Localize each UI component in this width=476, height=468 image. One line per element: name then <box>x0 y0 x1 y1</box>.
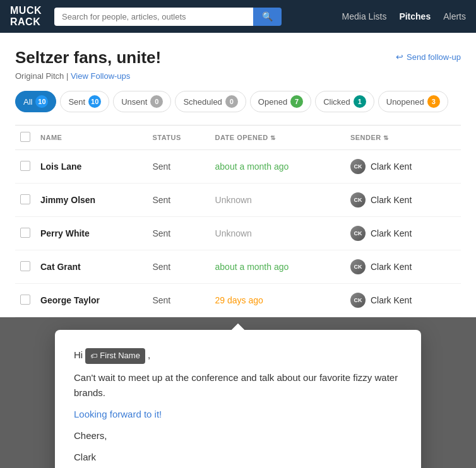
row-checkbox[interactable] <box>20 295 30 305</box>
sender-name: Clark Kent <box>371 262 412 272</box>
contact-name: Jimmy Olsen <box>35 184 147 217</box>
contact-status: Sent <box>147 150 210 184</box>
sender-name: Clark Kent <box>371 161 412 172</box>
navbar: MUCK RACK 🔍 Media Lists Pitches Alerts <box>0 0 476 33</box>
pitch-header: Seltzer fans, unite! Send follow-up <box>15 48 461 67</box>
sender-avatar: CK <box>350 293 366 308</box>
tab-opened-badge: 7 <box>290 95 303 108</box>
contact-sender: CK Clark Kent <box>345 217 461 250</box>
popup-comma: , <box>148 349 150 360</box>
contact-date-opened: Unknown <box>210 184 345 217</box>
tab-unsent[interactable]: Unsent 0 <box>113 91 171 112</box>
contact-status: Sent <box>147 250 210 284</box>
contact-date-opened: 29 days ago <box>210 284 345 317</box>
contact-name: Cat Grant <box>35 250 147 284</box>
contact-sender: CK Clark Kent <box>345 150 461 184</box>
contact-name: Lois Lane <box>35 150 147 184</box>
popup-hi: Hi <box>74 349 83 360</box>
search-button[interactable]: 🔍 <box>253 8 282 26</box>
pitch-subtitle: Original Pitch | View Follow-ups <box>15 71 461 81</box>
send-follow-up-link[interactable]: Send follow-up <box>396 52 461 62</box>
tab-unsent-label: Unsent <box>121 97 147 107</box>
popup-first-name-tag: First Name <box>85 348 145 364</box>
nav-media-lists[interactable]: Media Lists <box>342 11 387 21</box>
contact-date-opened: about a month ago <box>210 250 345 284</box>
nav-alerts[interactable]: Alerts <box>443 11 466 21</box>
tab-unopened[interactable]: Unopened 3 <box>378 91 448 112</box>
tab-scheduled[interactable]: Scheduled 0 <box>175 91 246 112</box>
nav-pitches[interactable]: Pitches <box>399 11 431 21</box>
logo: MUCK RACK <box>10 5 42 27</box>
contact-status: Sent <box>147 184 210 217</box>
tab-clicked-badge: 1 <box>354 95 366 108</box>
search-input[interactable] <box>54 8 253 26</box>
popup-body: Can't wait to meet up at the conference … <box>74 370 402 401</box>
popup-greeting: Hi First Name , <box>74 348 402 364</box>
sender-name: Clark Kent <box>371 228 412 238</box>
tab-sent-badge: 10 <box>88 95 101 108</box>
table-row: Perry White Sent Unknown CK Clark Kent <box>15 217 461 250</box>
tab-sent[interactable]: Sent 10 <box>60 91 109 112</box>
table-row: George Taylor Sent 29 days ago CK Clark … <box>15 284 461 317</box>
sender-avatar: CK <box>350 159 366 174</box>
tab-opened-label: Opened <box>258 97 287 107</box>
tab-unsent-badge: 0 <box>150 95 163 108</box>
row-checkbox[interactable] <box>20 228 30 238</box>
popup-link: Looking forward to it! <box>74 407 402 422</box>
email-preview-popup: Hi First Name , Can't wait to meet up at… <box>55 330 421 468</box>
contact-sender: CK Clark Kent <box>345 250 461 284</box>
contact-status: Sent <box>147 284 210 317</box>
col-sender[interactable]: SENDER <box>345 126 461 150</box>
sender-name: Clark Kent <box>371 195 412 205</box>
row-checkbox[interactable] <box>20 161 30 171</box>
tab-scheduled-badge: 0 <box>225 95 238 108</box>
original-pitch-label: Original Pitch | <box>15 71 71 81</box>
contact-name: Perry White <box>35 217 147 250</box>
popup-signature: Cheers, Clark <box>74 428 402 465</box>
table-row: Lois Lane Sent about a month ago CK Clar… <box>15 150 461 184</box>
sender-avatar: CK <box>350 259 366 274</box>
tab-unopened-label: Unopened <box>386 97 424 107</box>
col-status: STATUS <box>147 126 210 150</box>
pitch-title: Seltzer fans, unite! <box>15 48 161 67</box>
popup-overlay: Hi First Name , Can't wait to meet up at… <box>0 317 476 468</box>
select-all-checkbox[interactable] <box>20 132 30 142</box>
contact-date-opened: Unknown <box>210 217 345 250</box>
contact-status: Sent <box>147 217 210 250</box>
contact-name: George Taylor <box>35 284 147 317</box>
contact-sender: CK Clark Kent <box>345 284 461 317</box>
nav-links: Media Lists Pitches Alerts <box>342 11 466 21</box>
main-content: Seltzer fans, unite! Send follow-up Orig… <box>0 33 476 317</box>
contacts-table: NAME STATUS DATE OPENED SENDER Lois Lane… <box>15 126 461 317</box>
view-follow-ups-link[interactable]: View Follow-ups <box>71 71 130 81</box>
tab-unopened-badge: 3 <box>427 95 440 108</box>
contact-date-opened: about a month ago <box>210 150 345 184</box>
tab-clicked-label: Clicked <box>323 97 350 107</box>
table-row: Jimmy Olsen Sent Unknown CK Clark Kent <box>15 184 461 217</box>
sender-name: Clark Kent <box>371 295 412 305</box>
col-name: NAME <box>35 126 147 150</box>
sender-avatar: CK <box>350 226 366 241</box>
row-checkbox[interactable] <box>20 194 30 204</box>
tab-scheduled-label: Scheduled <box>183 97 222 107</box>
filter-tabs: All 10 Sent 10 Unsent 0 Scheduled 0 Open… <box>15 91 461 112</box>
popup-cheers: Cheers, <box>74 428 402 443</box>
popup-name: Clark <box>74 450 402 465</box>
contact-sender: CK Clark Kent <box>345 184 461 217</box>
tab-all-label: All <box>23 97 32 107</box>
tab-clicked[interactable]: Clicked 1 <box>315 91 374 112</box>
sender-avatar: CK <box>350 192 366 208</box>
row-checkbox[interactable] <box>20 261 30 271</box>
contacts-table-wrap: NAME STATUS DATE OPENED SENDER Lois Lane… <box>15 125 461 317</box>
table-row: Cat Grant Sent about a month ago CK Clar… <box>15 250 461 284</box>
tab-opened[interactable]: Opened 7 <box>250 91 311 112</box>
tab-all-badge: 10 <box>35 95 48 108</box>
col-date-opened[interactable]: DATE OPENED <box>210 126 345 150</box>
tab-sent-label: Sent <box>68 97 85 107</box>
tab-all[interactable]: All 10 <box>15 91 56 112</box>
search-bar: 🔍 <box>54 8 282 26</box>
